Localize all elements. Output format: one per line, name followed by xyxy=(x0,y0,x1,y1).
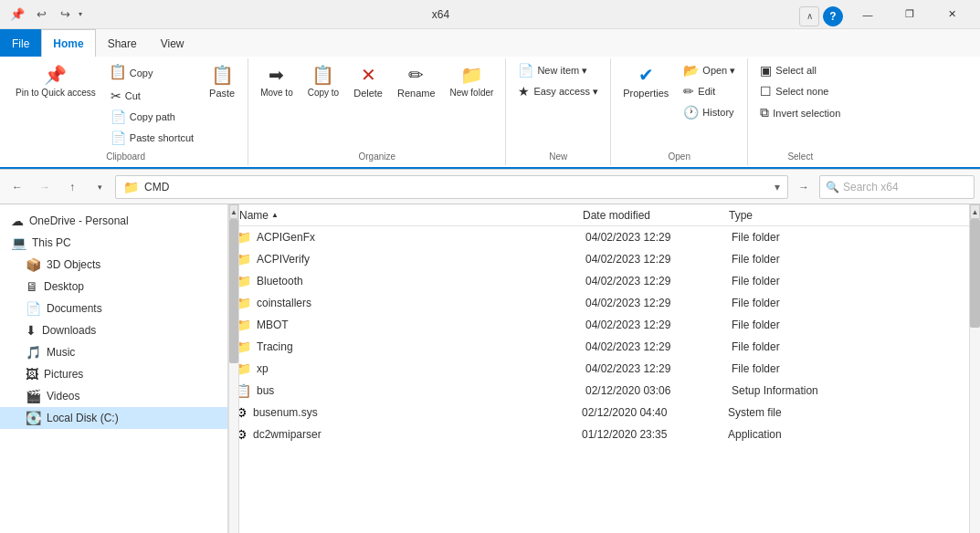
sidebar-item-3d-objects[interactable]: 📦3D Objects xyxy=(0,254,227,276)
edit-icon: ✏ xyxy=(683,84,694,99)
new-stack: 📄 New item ▾ ★ Easy access ▾ xyxy=(511,60,605,101)
select-group: ▣ Select all ☐ Select none ⧉ Invert sele… xyxy=(748,58,852,165)
select-stack: ▣ Select all ☐ Select none ⧉ Invert sele… xyxy=(753,60,847,123)
new-folder-icon: 📁 xyxy=(460,64,483,86)
invert-selection-btn[interactable]: ⧉ Invert selection xyxy=(753,102,847,123)
xp-name: xp xyxy=(257,362,585,375)
paste-icon: 📋 xyxy=(211,64,234,86)
table-row[interactable]: 📋bus02/12/2020 03:06Setup Information xyxy=(228,380,969,402)
copy-btn[interactable]: 📋 Copy xyxy=(104,60,200,85)
paste-btn[interactable]: 📋 Paste xyxy=(202,60,242,102)
sidebar-item-desktop[interactable]: 🖥Desktop xyxy=(0,276,227,298)
dc2wmiparser-date: 01/12/2020 23:35 xyxy=(582,428,728,441)
table-row[interactable]: 📁coinstallers04/02/2023 12:29File folder xyxy=(228,292,969,314)
back-btn[interactable]: ← xyxy=(5,175,29,199)
scissors-icon: ✂ xyxy=(111,89,121,103)
undo-qat-btn[interactable]: ↩ xyxy=(31,5,51,25)
table-row[interactable]: 📁ACPIGenFx04/02/2023 12:29File folder xyxy=(228,226,969,248)
tracing-type: File folder xyxy=(732,340,962,353)
sidebar-item-music[interactable]: 🎵Music xyxy=(0,341,227,363)
history-btn[interactable]: 🕐 History xyxy=(677,102,742,122)
table-row[interactable]: ⚙busenum.sys02/12/2020 04:40System file xyxy=(228,402,969,423)
tab-home[interactable]: Home xyxy=(41,29,95,57)
up-btn[interactable]: ↑ xyxy=(60,175,84,199)
sidebar-scroll-track[interactable] xyxy=(229,219,238,533)
delete-btn[interactable]: ✕ Delete xyxy=(347,60,389,102)
delete-icon: ✕ xyxy=(361,64,376,86)
paste-shortcut-btn[interactable]: 📄 Paste shortcut xyxy=(104,128,200,148)
sidebar-vscroll[interactable]: ▲ ▼ xyxy=(228,204,239,533)
ribbon-collapse-btn[interactable]: ∧ xyxy=(799,6,819,26)
copy-path-btn[interactable]: 📄 Copy path xyxy=(104,107,200,127)
sidebar-item-onedrive[interactable]: ☁OneDrive - Personal xyxy=(0,210,227,232)
col-header-date[interactable]: Date modified xyxy=(583,209,729,222)
col-sort-icon: ▲ xyxy=(271,211,279,219)
new-item-btn[interactable]: 📄 New item ▾ xyxy=(511,60,605,80)
sidebar-item-downloads[interactable]: ⬇Downloads xyxy=(0,319,227,341)
open-icon: 📂 xyxy=(683,63,699,78)
close-btn[interactable]: ✕ xyxy=(931,0,973,29)
redo-qat-btn[interactable]: ↪ xyxy=(55,5,75,25)
sidebar-scroll-thumb xyxy=(229,219,238,363)
help-btn[interactable]: ? xyxy=(823,6,843,26)
rename-btn[interactable]: ✏ Rename xyxy=(391,60,442,102)
tracing-date: 04/02/2023 12:29 xyxy=(585,340,732,353)
sidebar-item-pictures[interactable]: 🖼Pictures xyxy=(0,363,227,385)
table-row[interactable]: 📁Tracing04/02/2023 12:29File folder xyxy=(228,336,969,358)
easy-access-btn[interactable]: ★ Easy access ▾ xyxy=(511,81,605,101)
minimize-btn[interactable]: — xyxy=(847,0,889,29)
invert-icon: ⧉ xyxy=(760,105,769,120)
file-list: 📁ACPIGenFx04/02/2023 12:29File folder📁AC… xyxy=(228,226,969,533)
sidebar-item-videos[interactable]: 🎬Videos xyxy=(0,385,227,407)
tab-share[interactable]: Share xyxy=(96,29,149,57)
onedrive-icon: ☁ xyxy=(11,214,24,228)
table-row[interactable]: 📁xp04/02/2023 12:29File folder xyxy=(228,358,969,380)
new-folder-btn[interactable]: 📁 New folder xyxy=(444,60,501,102)
title-bar: 📌 ↩ ↪ ▾ x64 ∧ ? — ❐ ✕ xyxy=(0,0,980,29)
busenum-type: System file xyxy=(728,406,962,419)
acpigenfx-name: ACPIGenFx xyxy=(257,231,585,244)
sidebar-item-documents[interactable]: 📄Documents xyxy=(0,298,227,319)
acpiverify-type: File folder xyxy=(732,253,962,266)
table-row[interactable]: 📁ACPIVerify04/02/2023 12:29File folder xyxy=(228,248,969,270)
content-scroll-up[interactable]: ▲ xyxy=(970,204,980,219)
col-header-name[interactable]: Name ▲ xyxy=(236,209,583,222)
edit-btn[interactable]: ✏ Edit xyxy=(677,81,742,101)
rename-icon: ✏ xyxy=(408,64,424,86)
coinstallers-name: coinstallers xyxy=(257,297,585,309)
copy-path-icon: 📄 xyxy=(111,110,126,124)
select-none-btn[interactable]: ☐ Select none xyxy=(753,81,847,101)
organize-items: ➡ Move to 📋 Copy to ✕ Delete ✏ Rename 📁 xyxy=(254,60,500,148)
table-row[interactable]: 📁Bluetooth04/02/2023 12:29File folder xyxy=(228,270,969,292)
col-header-type[interactable]: Type xyxy=(729,209,962,222)
pin-quick-access-btn[interactable]: 📌 Pin to Quick access xyxy=(9,60,102,102)
tab-view[interactable]: View xyxy=(149,29,196,57)
tab-file[interactable]: File xyxy=(0,29,41,57)
address-input[interactable]: 📁 CMD ▾ xyxy=(115,175,788,199)
sidebar-scroll-up[interactable]: ▲ xyxy=(229,204,238,219)
sidebar-item-local-disk[interactable]: 💽Local Disk (C:) xyxy=(0,407,227,429)
refresh-btn[interactable]: → xyxy=(792,175,816,199)
forward-btn[interactable]: → xyxy=(33,175,57,199)
select-label: Select xyxy=(753,150,847,163)
copy-to-btn[interactable]: 📋 Copy to xyxy=(301,60,345,102)
select-all-btn[interactable]: ▣ Select all xyxy=(753,60,847,80)
cut-btn[interactable]: ✂ Cut xyxy=(104,86,200,106)
content-scroll-track[interactable] xyxy=(970,219,980,533)
table-row[interactable]: 📁MBOT04/02/2023 12:29File folder xyxy=(228,314,969,336)
move-to-btn[interactable]: ➡ Move to xyxy=(254,60,300,102)
pin-qat-btn[interactable]: 📌 xyxy=(7,5,27,25)
recent-btn[interactable]: ▾ xyxy=(88,175,111,199)
open-btn[interactable]: 📂 Open ▾ xyxy=(677,60,742,80)
table-row[interactable]: ⚙dc2wmiparser01/12/2020 23:35Application xyxy=(228,423,969,445)
ribbon: File Home Share View 📌 Pin to Quick acce… xyxy=(0,29,980,170)
xp-date: 04/02/2023 12:29 xyxy=(585,362,732,375)
properties-btn[interactable]: ✔ Properties xyxy=(616,60,675,102)
content-vscroll[interactable]: ▲ ▼ xyxy=(969,204,980,533)
search-box[interactable]: 🔍 Search x64 xyxy=(819,175,975,199)
acpiverify-date: 04/02/2023 12:29 xyxy=(585,253,732,266)
downloads-icon: ⬇ xyxy=(26,323,37,338)
maximize-btn[interactable]: ❐ xyxy=(889,0,931,29)
sidebar-item-this-pc[interactable]: 💻This PC xyxy=(0,232,227,254)
new-group: 📄 New item ▾ ★ Easy access ▾ New xyxy=(506,58,611,165)
